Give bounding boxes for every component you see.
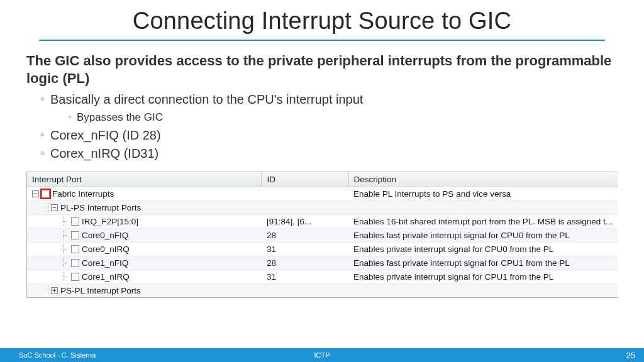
irq-checkbox[interactable] [71, 217, 79, 226]
cell-port: Fabric Interrupts [52, 189, 114, 199]
cell-desc: Enable PL Interrupts to PS and vice vers… [348, 187, 618, 200]
cell-id: 28 [262, 228, 348, 242]
cell-port: Core1_nFIQ [82, 258, 128, 268]
cell-id: 31 [262, 242, 348, 256]
irq-checkbox[interactable] [71, 273, 79, 281]
slide-title: Connecting Interrupt Source to GIC [0, 0, 644, 35]
table-row: + PS-PL Interrupt Ports [27, 283, 618, 297]
irq-checkbox[interactable] [71, 245, 79, 253]
col-interrupt-port[interactable]: Interrupt Port [27, 172, 262, 187]
cell-id [262, 283, 348, 297]
table-row: Core1_nFIQ 28 Enables fast private inter… [27, 256, 618, 270]
cell-desc [348, 200, 618, 214]
col-description[interactable]: Description [348, 172, 618, 187]
col-id[interactable]: ID [262, 172, 348, 187]
table-header-row: Interrupt Port ID Description [27, 172, 618, 187]
cell-port: PS-PL Interrupt Ports [60, 286, 141, 295]
interrupt-table-panel: Interrupt Port ID Description − Fabric I… [26, 172, 618, 298]
slide-footer: SoC School - C. Sisterna ICTP 25 [0, 348, 644, 362]
irq-checkbox[interactable] [71, 231, 79, 239]
cell-id [262, 200, 348, 214]
cell-port: Core1_nIRQ [82, 272, 130, 282]
table-row: Core1_nIRQ 31 Enables private interrupt … [27, 270, 618, 283]
table-row: Core0_nIRQ 31 Enables private interrupt … [27, 242, 618, 256]
interrupt-table: Interrupt Port ID Description − Fabric I… [27, 172, 618, 297]
bullet-text: Basically a direct connection to the CPU… [50, 92, 363, 106]
bullet-list: Basically a direct connection to the CPU… [40, 90, 618, 163]
cell-desc: Enables private interrupt signal for CPU… [348, 270, 618, 283]
sub-bullet-list: Bypasses the GIC [68, 110, 618, 125]
sub-bullet-item: Bypasses the GIC [68, 110, 618, 125]
lead-text: The GIC also provides access to the priv… [26, 52, 618, 87]
bullet-item: Basically a direct connection to the CPU… [40, 90, 618, 125]
table-row: − Fabric Interrupts Enable PL Interrupts… [27, 187, 618, 200]
irq-checkbox[interactable] [71, 259, 79, 267]
cell-desc: Enables fast private interrupt signal fo… [348, 228, 618, 242]
cell-desc: Enables 16-bit shared interrupt port fro… [348, 214, 618, 228]
slide-body: The GIC also provides access to the priv… [0, 41, 644, 298]
cell-id: [91:84], [6... [262, 214, 348, 228]
bullet-item: Corex_nIRQ (ID31) [40, 145, 618, 163]
table-row: Core0_nFIQ 28 Enables fast private inter… [27, 228, 618, 242]
cell-port: Core0_nIRQ [82, 244, 130, 254]
footer-page: 25 [626, 351, 635, 360]
footer-center: ICTP [314, 351, 330, 359]
footer-left: SoC School - C. Sisterna [0, 351, 96, 359]
expand-icon[interactable]: + [51, 287, 58, 294]
cell-desc: Enables fast private interrupt signal fo… [348, 256, 618, 270]
expand-icon[interactable]: − [51, 204, 58, 211]
cell-id: 31 [262, 270, 348, 283]
cell-desc: Enables private interrupt signal for CPU… [348, 242, 618, 256]
cell-desc [348, 283, 618, 297]
cell-port: Core0_nFIQ [82, 231, 128, 240]
cell-id: 28 [262, 256, 348, 270]
expand-icon[interactable]: − [32, 190, 39, 197]
cell-id [262, 187, 348, 200]
table-row: IRQ_F2P[15:0] [91:84], [6... Enables 16-… [27, 214, 618, 228]
bullet-item: Corex_nFIQ (ID 28) [40, 126, 618, 145]
table-row: − PL-PS Interrupt Ports [27, 200, 618, 214]
cell-port: PL-PS Interrupt Ports [60, 203, 141, 212]
cell-port: IRQ_F2P[15:0] [82, 217, 138, 226]
fabric-interrupts-checkbox[interactable] [42, 190, 50, 198]
